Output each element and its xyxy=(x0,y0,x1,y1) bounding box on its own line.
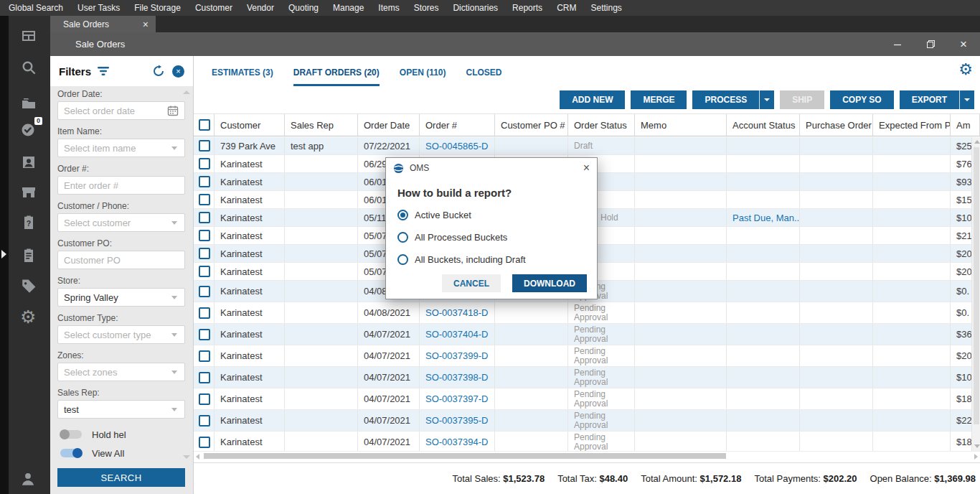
vertical-scrollbar[interactable] xyxy=(971,137,980,451)
store-icon[interactable] xyxy=(20,184,37,201)
order-number-link[interactable]: SO-0037404-D xyxy=(425,329,488,340)
sales-rep-input[interactable] xyxy=(57,400,185,419)
order-number-link[interactable]: SO-0037394-D xyxy=(425,437,488,447)
radio-active-bucket[interactable]: Active Bucket xyxy=(397,209,597,221)
toggle-hold-hel[interactable]: Hold hel xyxy=(57,425,183,444)
column-header-order-status[interactable]: Order Status xyxy=(568,114,635,136)
tab-sale-orders[interactable]: Sale Orders × xyxy=(50,16,156,32)
row-checkbox[interactable] xyxy=(199,248,210,259)
menu-item-dictionaries[interactable]: Dictionaries xyxy=(446,0,505,16)
order-number-link[interactable]: SO-0037418-D xyxy=(425,307,488,318)
panel-scroll-down-icon[interactable] xyxy=(183,455,190,459)
table-row[interactable]: Karinatest04/07/2021SO-0037394-DPending … xyxy=(194,432,980,453)
tab-open-110[interactable]: OPEN (110) xyxy=(400,67,446,86)
order-input[interactable] xyxy=(57,176,185,195)
scroll-right-icon[interactable] xyxy=(974,454,978,460)
process-button-label[interactable]: PROCESS xyxy=(692,90,759,109)
row-checkbox[interactable] xyxy=(199,286,210,297)
contacts-icon[interactable] xyxy=(20,154,37,171)
tab-estimates-3[interactable]: ESTIMATES (3) xyxy=(212,67,273,86)
radio-icon[interactable] xyxy=(397,254,408,265)
copy-so-button-label[interactable]: COPY SO xyxy=(830,90,893,109)
select-all-checkbox[interactable] xyxy=(199,119,210,131)
restore-button[interactable] xyxy=(914,32,947,56)
order-date-input[interactable] xyxy=(57,101,185,120)
calendar-icon[interactable] xyxy=(167,105,179,119)
radio-all-buckets-including-draft[interactable]: All Buckets, including Draft xyxy=(397,253,597,266)
process-button[interactable]: PROCESS xyxy=(692,90,774,109)
dropdown-caret-icon[interactable] xyxy=(171,146,177,150)
account-status-link[interactable]: Past Due, Man... xyxy=(732,213,800,223)
table-row[interactable]: Karinatest04/07/2021SO-0037397-DPending … xyxy=(194,388,980,410)
table-row[interactable]: Karinatest04/07/2021SO-0037399-DPending … xyxy=(194,345,980,367)
row-checkbox[interactable] xyxy=(199,372,210,383)
order-number-link[interactable]: SO-0045865-D xyxy=(425,141,488,152)
order-number-link[interactable]: SO-0037398-D xyxy=(425,372,488,383)
menu-item-global-search[interactable]: Global Search xyxy=(1,0,70,16)
order-number-link[interactable]: SO-0037399-D xyxy=(425,350,488,361)
export-button[interactable]: EXPORT xyxy=(900,90,974,109)
minimize-button[interactable] xyxy=(881,32,914,56)
order-number-link[interactable]: SO-0037397-D xyxy=(425,393,488,404)
export-button-label[interactable]: EXPORT xyxy=(900,90,959,109)
menu-item-reports[interactable]: Reports xyxy=(505,0,550,16)
tab-draft-orders-20[interactable]: DRAFT ORDERS (20) xyxy=(293,67,380,86)
dashboard-icon[interactable] xyxy=(20,27,37,45)
merge-button-label[interactable]: MERGE xyxy=(631,90,687,109)
search-icon[interactable] xyxy=(20,59,37,76)
row-checkbox[interactable] xyxy=(199,329,210,340)
table-row[interactable]: Karinatest04/07/2021SO-0037398-DPending … xyxy=(194,367,980,388)
column-header-memo[interactable]: Memo xyxy=(635,114,727,136)
column-header-account-status[interactable]: Account Status xyxy=(727,114,800,136)
horizontal-scrollbar[interactable] xyxy=(194,451,980,460)
download-button[interactable]: DOWNLOAD xyxy=(512,274,587,292)
copy-so-button[interactable]: COPY SO xyxy=(830,90,893,109)
row-checkbox[interactable] xyxy=(199,212,210,223)
export-dropdown-arrow-icon[interactable] xyxy=(959,90,974,109)
table-row[interactable]: 739 Park Avetest app07/22/2021SO-0045865… xyxy=(194,137,980,155)
menu-item-manage[interactable]: Manage xyxy=(326,0,371,16)
menu-item-items[interactable]: Items xyxy=(371,0,406,16)
column-header-customer-po[interactable]: Customer PO # xyxy=(495,114,568,136)
column-header-purchase-order[interactable]: Purchase Order # xyxy=(800,114,873,136)
search-button[interactable]: SEARCH xyxy=(57,468,185,487)
menu-item-vendor[interactable]: Vendor xyxy=(240,0,281,16)
menu-item-crm[interactable]: CRM xyxy=(550,0,583,16)
column-header-sales-rep[interactable]: Sales Rep xyxy=(285,114,358,136)
menu-item-user-tasks[interactable]: User Tasks xyxy=(70,0,127,16)
menu-item-settings[interactable]: Settings xyxy=(583,0,628,16)
dropdown-caret-icon[interactable] xyxy=(171,408,177,411)
column-header-am[interactable]: Am xyxy=(951,114,980,136)
cancel-button[interactable]: CANCEL xyxy=(442,274,501,292)
toggle-knob[interactable] xyxy=(72,448,83,458)
menu-item-stores[interactable]: Stores xyxy=(407,0,446,16)
dropdown-caret-icon[interactable] xyxy=(171,370,177,374)
clear-filters-icon[interactable]: × xyxy=(172,65,184,78)
row-checkbox[interactable] xyxy=(199,230,210,241)
row-checkbox[interactable] xyxy=(199,393,210,405)
scroll-down-icon[interactable] xyxy=(974,444,980,448)
grid-settings-gear-icon[interactable]: ⚙ xyxy=(958,62,973,78)
customer-po-input[interactable] xyxy=(57,251,185,269)
horizontal-scroll-thumb[interactable] xyxy=(204,453,726,459)
expand-panel-arrow-icon[interactable] xyxy=(1,250,6,258)
table-row[interactable]: Karinatest04/07/2021SO-0037404-DPending … xyxy=(194,324,980,345)
row-checkbox[interactable] xyxy=(199,158,210,169)
scroll-left-icon[interactable] xyxy=(196,454,199,460)
toggle-track[interactable] xyxy=(60,430,82,439)
merge-button[interactable]: MERGE xyxy=(631,90,687,109)
toggle-view-all[interactable]: View All xyxy=(57,444,183,462)
refresh-icon[interactable] xyxy=(152,65,165,78)
row-checkbox[interactable] xyxy=(199,194,210,205)
row-checkbox[interactable] xyxy=(199,176,210,187)
row-checkbox[interactable] xyxy=(199,437,210,448)
column-header-order[interactable]: Order # xyxy=(420,114,495,136)
scroll-up-icon[interactable] xyxy=(974,140,980,144)
user-icon[interactable] xyxy=(19,470,37,488)
tab-closed[interactable]: CLOSED xyxy=(466,67,502,86)
row-checkbox[interactable] xyxy=(199,140,210,152)
help-clipboard-icon[interactable]: ? xyxy=(20,214,37,231)
add-new-button[interactable]: ADD NEW xyxy=(560,90,625,109)
store-input[interactable] xyxy=(57,288,185,307)
customer-phone-input[interactable] xyxy=(57,213,185,232)
